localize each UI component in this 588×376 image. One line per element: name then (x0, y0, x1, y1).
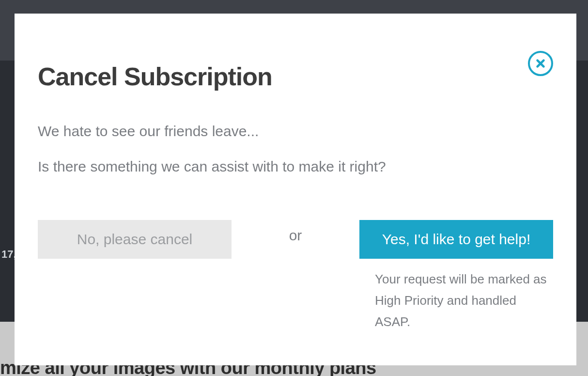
close-button[interactable] (528, 51, 553, 76)
modal-title: Cancel Subscription (38, 62, 553, 91)
cancel-subscription-modal: Cancel Subscription We hate to see our f… (15, 14, 576, 365)
action-left: No, please cancel (38, 220, 232, 259)
modal-text-line2: Is there something we can assist with to… (38, 156, 553, 177)
modal-actions: No, please cancel or Yes, I'd like to ge… (38, 220, 553, 333)
help-button[interactable]: Yes, I'd like to get help! (359, 220, 553, 259)
backdrop-number: 17, (1, 248, 16, 261)
cancel-button[interactable]: No, please cancel (38, 220, 232, 259)
help-note: Your request will be marked as High Prio… (359, 268, 553, 333)
modal-text-line1: We hate to see our friends leave... (38, 120, 553, 142)
or-label: or (289, 227, 302, 244)
action-center: or (289, 220, 302, 244)
action-right: Yes, I'd like to get help! Your request … (359, 220, 553, 333)
close-icon (535, 58, 546, 69)
